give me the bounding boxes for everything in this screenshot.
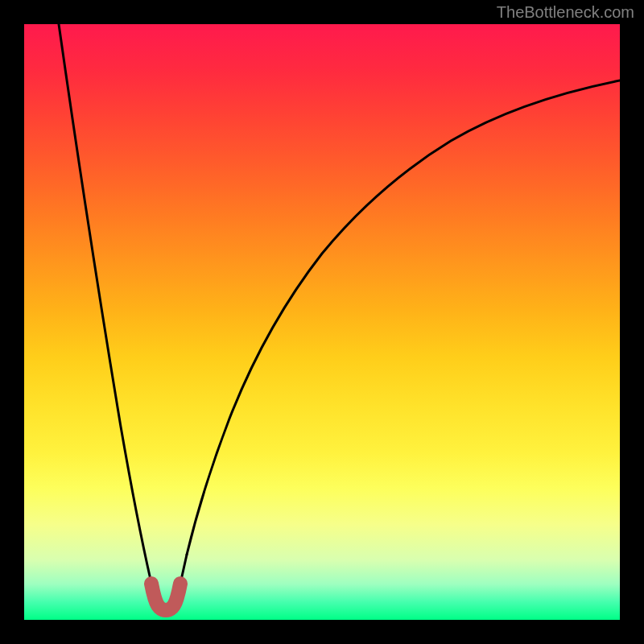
valley-highlight [151,584,180,610]
left-curve [59,24,187,609]
curve-overlay [24,24,620,620]
right-curve [187,80,620,555]
outer-frame: TheBottleneck.com [0,0,644,644]
watermark-text: TheBottleneck.com [497,3,634,22]
